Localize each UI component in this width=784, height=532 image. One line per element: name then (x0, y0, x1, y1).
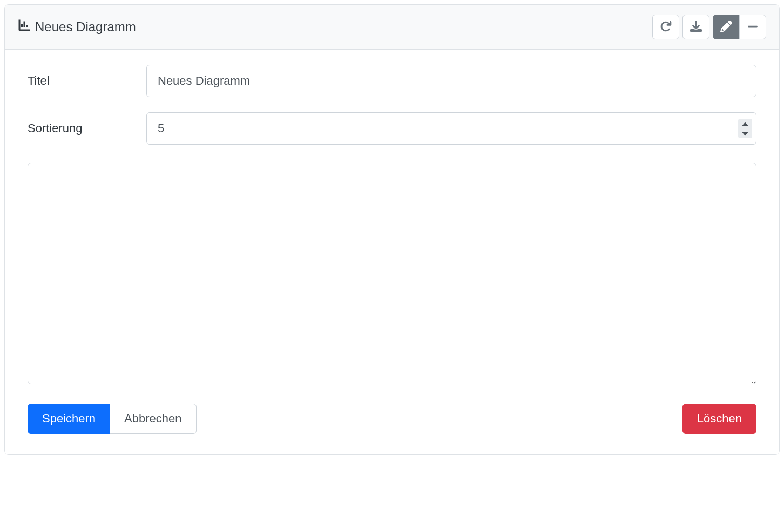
chart-editor-card: Neues Diagramm (4, 4, 780, 455)
minus-icon (747, 21, 759, 34)
content-textarea[interactable] (28, 163, 756, 384)
cancel-button[interactable]: Abbrechen (110, 404, 196, 434)
sort-label: Sortierung (28, 121, 146, 135)
button-group-left: Speichern Abbrechen (28, 404, 197, 434)
sort-input-wrap (146, 112, 756, 145)
title-input-wrap (146, 65, 756, 97)
chevron-down-icon (742, 128, 748, 138)
pencil-icon (720, 21, 732, 34)
delete-button[interactable]: Löschen (682, 404, 756, 434)
title-row: Titel (28, 65, 756, 97)
refresh-icon (660, 21, 672, 34)
chevron-up-icon (742, 119, 748, 128)
button-row: Speichern Abbrechen Löschen (28, 404, 756, 434)
edit-button[interactable] (713, 15, 740, 39)
save-button[interactable]: Speichern (28, 404, 110, 434)
download-icon (690, 21, 702, 34)
title-label: Titel (28, 74, 146, 88)
download-button[interactable] (682, 15, 709, 39)
header-actions (652, 15, 766, 39)
card-body: Titel Sortierung Speichern Abbrechen Lös… (5, 50, 779, 454)
title-input[interactable] (146, 65, 756, 97)
card-title-text: Neues Diagramm (35, 19, 136, 35)
collapse-button[interactable] (739, 15, 766, 39)
card-title: Neues Diagramm (18, 19, 136, 35)
refresh-button[interactable] (652, 15, 679, 39)
card-header: Neues Diagramm (5, 5, 779, 50)
sort-stepper[interactable] (738, 119, 752, 138)
chart-bar-icon (18, 19, 31, 35)
sort-input[interactable] (146, 112, 756, 145)
sort-row: Sortierung (28, 112, 756, 145)
